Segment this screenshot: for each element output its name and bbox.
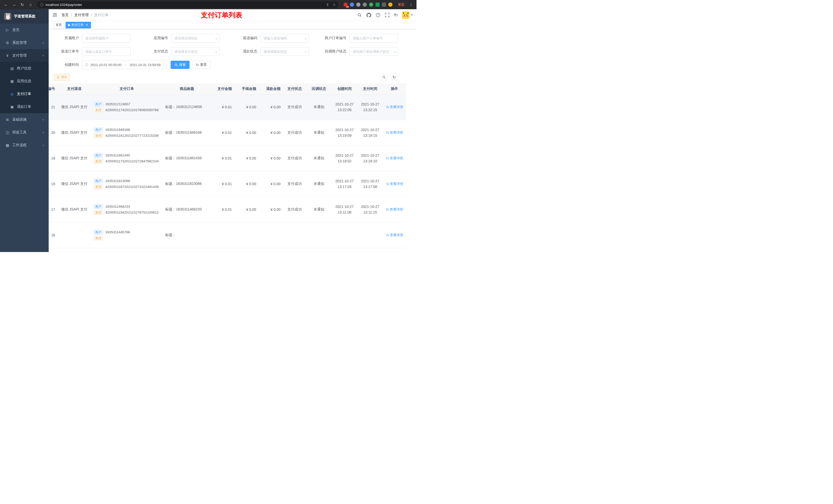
view-detail-link[interactable]: 查看详情 — [386, 130, 403, 135]
yen-icon: ¥ — [5, 53, 10, 57]
sidebar-menu: ▷ 首页 ⚙ 系统管理 ¥ 支付管理 ▤ 商户信息 ▦ 应用信息 — [0, 24, 49, 152]
sidebar-item-infra[interactable]: ⊞ 基础设施 — [0, 113, 49, 126]
date-start[interactable]: 2021-10-01 00:00:00 — [90, 63, 121, 67]
cell-pay-order: 商户 1635311468233 支付 42000011942021102767… — [91, 197, 163, 222]
filter-input[interactable] — [171, 34, 220, 43]
bookmark-star-icon[interactable]: ☆ — [332, 3, 336, 7]
search-icon[interactable] — [357, 13, 362, 18]
chevron-down-icon — [42, 41, 44, 43]
extension-icon-2[interactable] — [350, 3, 354, 7]
infrastructure-icon: ⊞ — [5, 118, 10, 122]
filter-input[interactable] — [171, 47, 220, 56]
browser-menu-icon[interactable]: ⋮ — [408, 3, 414, 7]
table-row: 16 商户 1635311445786 支付 标题： — [49, 222, 406, 248]
sidebar-item-devtools[interactable]: ◫ 研发工具 — [0, 126, 49, 139]
filter-label: 退款状态 — [232, 49, 260, 54]
user-menu[interactable] — [402, 11, 413, 19]
view-detail-link[interactable]: 查看详情 — [386, 233, 403, 237]
close-icon[interactable]: ✕ — [85, 23, 89, 27]
filter-input[interactable] — [260, 47, 309, 56]
cell-fee: ¥ 0.00 — [234, 94, 259, 120]
filter-input[interactable] — [349, 47, 398, 56]
browser-chrome: ← → ↻ ⌂ i localhost:1024/pay/order ⇧ ☆ 1… — [0, 0, 416, 9]
filter-label: 支付状态 — [143, 49, 171, 54]
cell-id: 19 — [49, 145, 57, 171]
view-detail-link[interactable]: 查看详情 — [386, 105, 403, 110]
cell-actions: 查看详情 — [383, 171, 406, 197]
cell-create-time: 2021-10-27 13:11:08 — [332, 197, 357, 222]
cell-title: 标题： — [163, 222, 211, 248]
merchant-badge: 商户 — [94, 153, 103, 158]
sidebar-item-system[interactable]: ⚙ 系统管理 — [0, 37, 49, 49]
view-detail-link[interactable]: 查看详情 — [386, 207, 403, 212]
date-end[interactable]: 2021-10-31 23:59:59 — [129, 63, 161, 67]
cell-title: 标题：1635311881439 — [163, 145, 211, 171]
cell-create-time: 2021-10-27 13:19:09 — [332, 120, 357, 145]
fullscreen-icon[interactable] — [385, 13, 390, 18]
export-button[interactable]: 导出 — [54, 74, 70, 81]
table-body: 21 微信 JSAPI 支付 商户 1635312124657 支付 42000… — [49, 94, 406, 248]
search-button[interactable]: 搜索 — [171, 61, 190, 69]
extension-icon-7[interactable] — [382, 3, 386, 7]
font-size-icon[interactable]: TT — [394, 13, 398, 17]
col-refund: 退款金额 — [259, 83, 283, 94]
reset-button[interactable]: ↻ 重置 — [192, 61, 211, 69]
sidebar-item-merchant-info[interactable]: ▤ 商户信息 — [0, 62, 49, 75]
back-icon[interactable]: ← — [3, 1, 9, 8]
breadcrumb-pay-mgmt[interactable]: 支付管理 — [74, 13, 89, 18]
pay-badge: 支付 — [94, 107, 103, 113]
cell-title: 标题：1635311468233 — [163, 197, 211, 222]
sidebar-item-workflow[interactable]: ▩ 工作流程 — [0, 139, 49, 152]
toggle-search-button[interactable] — [380, 73, 388, 81]
sidebar-item-payment[interactable]: ¥ 支付管理 — [0, 49, 49, 62]
view-detail-link[interactable]: 查看详情 — [386, 182, 403, 186]
extension-icon-4[interactable] — [363, 3, 367, 7]
sidebar-logo[interactable]: 芋道管理系统 — [0, 9, 49, 24]
sidebar-item-pay-order[interactable]: ◎ 支付订单 — [0, 88, 49, 100]
extension-icon-5[interactable]: ✓ — [369, 3, 373, 7]
filter-input[interactable] — [260, 34, 309, 43]
page-title: 支付订单列表 — [201, 10, 242, 20]
cell-channel: 微信 JSAPI 支付 — [57, 171, 91, 197]
url-text[interactable]: localhost:1024/pay/order — [46, 3, 326, 7]
address-bar[interactable]: i localhost:1024/pay/order ⇧ ☆ — [38, 1, 338, 8]
date-range-picker[interactable]: 2021-10-01 00:00:00 - 2021-10-31 23:59:5… — [82, 61, 166, 69]
merchant-badge: 商户 — [94, 102, 103, 107]
forward-icon[interactable]: → — [11, 1, 18, 8]
filter-input[interactable] — [82, 47, 130, 56]
help-icon[interactable]: ? — [376, 13, 381, 18]
sidebar-item-app-info[interactable]: ▦ 应用信息 — [0, 75, 49, 88]
breadcrumb-home[interactable]: 首页 — [62, 13, 69, 18]
reload-icon[interactable]: ↻ — [19, 1, 26, 8]
site-info-icon[interactable]: i — [40, 3, 44, 6]
pay-badge: 支付 — [94, 210, 103, 215]
orders-table: 编号 支付渠道 支付订单 商品标题 支付金额 手续金额 退款金额 支付状态 回调… — [49, 83, 406, 248]
github-icon[interactable] — [366, 13, 372, 18]
share-icon[interactable]: ⇧ — [326, 3, 329, 7]
extension-icon-3[interactable] — [356, 3, 360, 7]
sidebar-item-refund-order[interactable]: ▣ 退款订单 — [0, 100, 49, 113]
extension-icon-1[interactable]: 10 — [343, 3, 348, 7]
refresh-table-button[interactable]: ↻ — [390, 73, 398, 81]
refund-doc-icon: ▣ — [10, 105, 14, 109]
view-detail-link[interactable]: 查看详情 — [386, 156, 403, 161]
extension-icon-8[interactable]: ☺ — [388, 3, 392, 7]
filter-field: 商户订单编号 — [321, 34, 398, 43]
filter-input[interactable] — [349, 34, 398, 43]
cell-notify: 未通知 — [306, 171, 332, 197]
filter-input[interactable] — [82, 34, 130, 43]
home-icon[interactable]: ⌂ — [27, 1, 34, 8]
filter-label: 所属商户 — [54, 36, 82, 41]
pay-order-no: 4200001167202110271022491439 — [105, 185, 159, 189]
tag-home[interactable]: 首页 — [53, 22, 64, 28]
hamburger-icon[interactable] — [52, 12, 58, 18]
merchant-badge: 商户 — [94, 127, 103, 133]
cell-pay-order: 商户 1635311881440 支付 42000011732021102728… — [91, 145, 163, 171]
cell-pay-time — [357, 222, 383, 248]
tag-pay-order[interactable]: 支付订单 ✕ — [66, 22, 91, 28]
sidebar-item-home[interactable]: ▷ 首页 — [0, 24, 49, 37]
extension-icon-6[interactable] — [376, 3, 380, 7]
chrome-update-button[interactable]: 更新 — [396, 2, 407, 8]
pay-badge: 支付 — [94, 184, 103, 190]
filter-field: 回调商户状态 — [321, 47, 398, 56]
